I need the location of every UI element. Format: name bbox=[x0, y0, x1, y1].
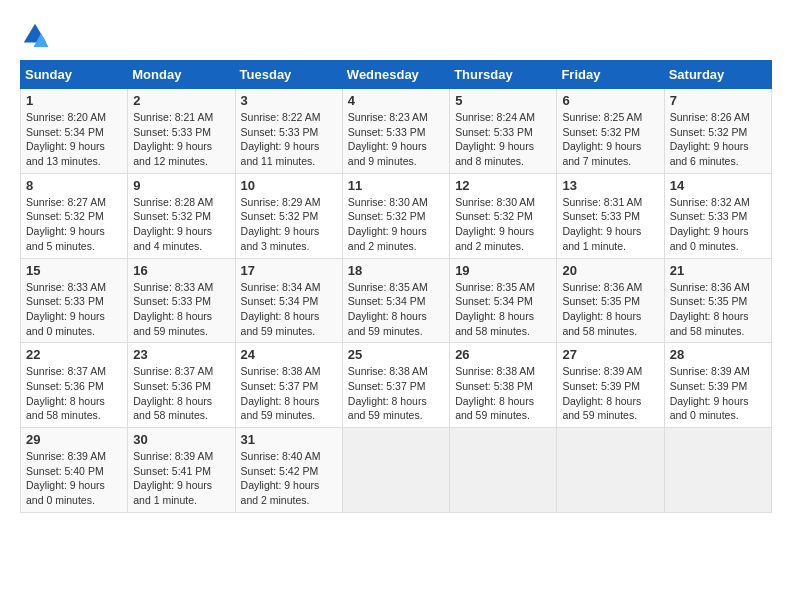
week-row-1: 1 Sunrise: 8:20 AMSunset: 5:34 PMDayligh… bbox=[21, 89, 772, 174]
calendar-cell: 14 Sunrise: 8:32 AMSunset: 5:33 PMDaylig… bbox=[664, 173, 771, 258]
header-saturday: Saturday bbox=[664, 61, 771, 89]
calendar-cell: 8 Sunrise: 8:27 AMSunset: 5:32 PMDayligh… bbox=[21, 173, 128, 258]
header-friday: Friday bbox=[557, 61, 664, 89]
day-info: Sunrise: 8:24 AMSunset: 5:33 PMDaylight:… bbox=[455, 111, 535, 167]
calendar-cell bbox=[664, 428, 771, 513]
day-number: 26 bbox=[455, 347, 551, 362]
day-number: 13 bbox=[562, 178, 658, 193]
calendar-cell: 19 Sunrise: 8:35 AMSunset: 5:34 PMDaylig… bbox=[450, 258, 557, 343]
day-info: Sunrise: 8:27 AMSunset: 5:32 PMDaylight:… bbox=[26, 196, 106, 252]
day-number: 25 bbox=[348, 347, 444, 362]
logo bbox=[20, 20, 54, 50]
calendar-cell bbox=[342, 428, 449, 513]
calendar-cell bbox=[450, 428, 557, 513]
logo-icon bbox=[20, 20, 50, 50]
day-info: Sunrise: 8:40 AMSunset: 5:42 PMDaylight:… bbox=[241, 450, 321, 506]
day-info: Sunrise: 8:31 AMSunset: 5:33 PMDaylight:… bbox=[562, 196, 642, 252]
day-info: Sunrise: 8:39 AMSunset: 5:39 PMDaylight:… bbox=[670, 365, 750, 421]
calendar-cell: 9 Sunrise: 8:28 AMSunset: 5:32 PMDayligh… bbox=[128, 173, 235, 258]
calendar-cell: 3 Sunrise: 8:22 AMSunset: 5:33 PMDayligh… bbox=[235, 89, 342, 174]
calendar-table: SundayMondayTuesdayWednesdayThursdayFrid… bbox=[20, 60, 772, 513]
day-number: 8 bbox=[26, 178, 122, 193]
header-wednesday: Wednesday bbox=[342, 61, 449, 89]
header-row: SundayMondayTuesdayWednesdayThursdayFrid… bbox=[21, 61, 772, 89]
week-row-5: 29 Sunrise: 8:39 AMSunset: 5:40 PMDaylig… bbox=[21, 428, 772, 513]
day-info: Sunrise: 8:39 AMSunset: 5:41 PMDaylight:… bbox=[133, 450, 213, 506]
day-info: Sunrise: 8:28 AMSunset: 5:32 PMDaylight:… bbox=[133, 196, 213, 252]
header-monday: Monday bbox=[128, 61, 235, 89]
calendar-cell: 16 Sunrise: 8:33 AMSunset: 5:33 PMDaylig… bbox=[128, 258, 235, 343]
day-number: 28 bbox=[670, 347, 766, 362]
day-info: Sunrise: 8:36 AMSunset: 5:35 PMDaylight:… bbox=[670, 281, 750, 337]
week-row-4: 22 Sunrise: 8:37 AMSunset: 5:36 PMDaylig… bbox=[21, 343, 772, 428]
day-info: Sunrise: 8:35 AMSunset: 5:34 PMDaylight:… bbox=[348, 281, 428, 337]
day-info: Sunrise: 8:38 AMSunset: 5:37 PMDaylight:… bbox=[241, 365, 321, 421]
day-info: Sunrise: 8:21 AMSunset: 5:33 PMDaylight:… bbox=[133, 111, 213, 167]
day-info: Sunrise: 8:38 AMSunset: 5:38 PMDaylight:… bbox=[455, 365, 535, 421]
day-number: 10 bbox=[241, 178, 337, 193]
day-info: Sunrise: 8:26 AMSunset: 5:32 PMDaylight:… bbox=[670, 111, 750, 167]
day-number: 1 bbox=[26, 93, 122, 108]
calendar-cell: 29 Sunrise: 8:39 AMSunset: 5:40 PMDaylig… bbox=[21, 428, 128, 513]
calendar-cell bbox=[557, 428, 664, 513]
calendar-cell: 5 Sunrise: 8:24 AMSunset: 5:33 PMDayligh… bbox=[450, 89, 557, 174]
day-number: 6 bbox=[562, 93, 658, 108]
day-info: Sunrise: 8:30 AMSunset: 5:32 PMDaylight:… bbox=[455, 196, 535, 252]
day-info: Sunrise: 8:25 AMSunset: 5:32 PMDaylight:… bbox=[562, 111, 642, 167]
day-number: 20 bbox=[562, 263, 658, 278]
day-info: Sunrise: 8:38 AMSunset: 5:37 PMDaylight:… bbox=[348, 365, 428, 421]
calendar-cell: 1 Sunrise: 8:20 AMSunset: 5:34 PMDayligh… bbox=[21, 89, 128, 174]
calendar-cell: 20 Sunrise: 8:36 AMSunset: 5:35 PMDaylig… bbox=[557, 258, 664, 343]
day-number: 9 bbox=[133, 178, 229, 193]
day-number: 5 bbox=[455, 93, 551, 108]
calendar-cell: 25 Sunrise: 8:38 AMSunset: 5:37 PMDaylig… bbox=[342, 343, 449, 428]
calendar-cell: 21 Sunrise: 8:36 AMSunset: 5:35 PMDaylig… bbox=[664, 258, 771, 343]
day-number: 27 bbox=[562, 347, 658, 362]
calendar-cell: 22 Sunrise: 8:37 AMSunset: 5:36 PMDaylig… bbox=[21, 343, 128, 428]
calendar-cell: 4 Sunrise: 8:23 AMSunset: 5:33 PMDayligh… bbox=[342, 89, 449, 174]
day-number: 17 bbox=[241, 263, 337, 278]
day-number: 7 bbox=[670, 93, 766, 108]
day-number: 22 bbox=[26, 347, 122, 362]
day-number: 12 bbox=[455, 178, 551, 193]
day-number: 31 bbox=[241, 432, 337, 447]
header-tuesday: Tuesday bbox=[235, 61, 342, 89]
calendar-cell: 26 Sunrise: 8:38 AMSunset: 5:38 PMDaylig… bbox=[450, 343, 557, 428]
day-number: 16 bbox=[133, 263, 229, 278]
day-info: Sunrise: 8:33 AMSunset: 5:33 PMDaylight:… bbox=[133, 281, 213, 337]
calendar-cell: 23 Sunrise: 8:37 AMSunset: 5:36 PMDaylig… bbox=[128, 343, 235, 428]
day-number: 18 bbox=[348, 263, 444, 278]
day-info: Sunrise: 8:37 AMSunset: 5:36 PMDaylight:… bbox=[26, 365, 106, 421]
day-info: Sunrise: 8:33 AMSunset: 5:33 PMDaylight:… bbox=[26, 281, 106, 337]
day-number: 11 bbox=[348, 178, 444, 193]
day-number: 15 bbox=[26, 263, 122, 278]
day-number: 3 bbox=[241, 93, 337, 108]
day-info: Sunrise: 8:29 AMSunset: 5:32 PMDaylight:… bbox=[241, 196, 321, 252]
header-thursday: Thursday bbox=[450, 61, 557, 89]
calendar-cell: 17 Sunrise: 8:34 AMSunset: 5:34 PMDaylig… bbox=[235, 258, 342, 343]
day-number: 29 bbox=[26, 432, 122, 447]
day-number: 24 bbox=[241, 347, 337, 362]
calendar-cell: 18 Sunrise: 8:35 AMSunset: 5:34 PMDaylig… bbox=[342, 258, 449, 343]
day-number: 14 bbox=[670, 178, 766, 193]
calendar-cell: 31 Sunrise: 8:40 AMSunset: 5:42 PMDaylig… bbox=[235, 428, 342, 513]
header-sunday: Sunday bbox=[21, 61, 128, 89]
calendar-header: SundayMondayTuesdayWednesdayThursdayFrid… bbox=[21, 61, 772, 89]
calendar-cell: 27 Sunrise: 8:39 AMSunset: 5:39 PMDaylig… bbox=[557, 343, 664, 428]
day-number: 19 bbox=[455, 263, 551, 278]
calendar-cell: 11 Sunrise: 8:30 AMSunset: 5:32 PMDaylig… bbox=[342, 173, 449, 258]
calendar-cell: 7 Sunrise: 8:26 AMSunset: 5:32 PMDayligh… bbox=[664, 89, 771, 174]
calendar-cell: 24 Sunrise: 8:38 AMSunset: 5:37 PMDaylig… bbox=[235, 343, 342, 428]
day-number: 30 bbox=[133, 432, 229, 447]
header bbox=[20, 20, 772, 50]
day-info: Sunrise: 8:39 AMSunset: 5:40 PMDaylight:… bbox=[26, 450, 106, 506]
calendar-cell: 15 Sunrise: 8:33 AMSunset: 5:33 PMDaylig… bbox=[21, 258, 128, 343]
day-info: Sunrise: 8:20 AMSunset: 5:34 PMDaylight:… bbox=[26, 111, 106, 167]
day-number: 23 bbox=[133, 347, 229, 362]
calendar-cell: 10 Sunrise: 8:29 AMSunset: 5:32 PMDaylig… bbox=[235, 173, 342, 258]
day-info: Sunrise: 8:34 AMSunset: 5:34 PMDaylight:… bbox=[241, 281, 321, 337]
day-info: Sunrise: 8:37 AMSunset: 5:36 PMDaylight:… bbox=[133, 365, 213, 421]
day-info: Sunrise: 8:22 AMSunset: 5:33 PMDaylight:… bbox=[241, 111, 321, 167]
week-row-2: 8 Sunrise: 8:27 AMSunset: 5:32 PMDayligh… bbox=[21, 173, 772, 258]
calendar-body: 1 Sunrise: 8:20 AMSunset: 5:34 PMDayligh… bbox=[21, 89, 772, 513]
